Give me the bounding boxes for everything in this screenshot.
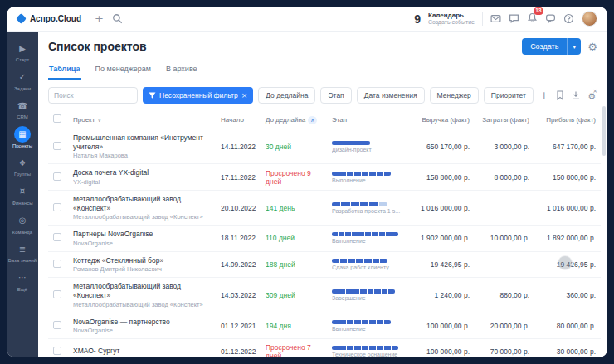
project-name[interactable]: ХМАО- Сургут [73, 347, 211, 356]
sidebar-item-team[interactable]: ◎Команда [7, 209, 38, 238]
search-icon[interactable] [112, 13, 123, 24]
tab-archive[interactable]: В архиве [165, 61, 198, 80]
column-header-project[interactable]: Проект∨ [68, 110, 216, 129]
knowledge-base-icon: ≣ [14, 240, 31, 257]
sidebar-item-groups[interactable]: ❖Группы [7, 151, 38, 180]
active-filter-chip[interactable]: Несохраненный фильтр × [143, 87, 253, 104]
table-row[interactable]: Металлообрабатывающий завод «Конспект» М… [48, 278, 601, 313]
tab-by-managers[interactable]: По менеджерам [95, 61, 152, 80]
deadline-value: 188 дней [261, 251, 327, 278]
profit-value: 19 426,95 р. [534, 251, 601, 278]
tab-table[interactable]: Таблица [48, 61, 81, 80]
sidebar-item-more[interactable]: ⋯Ещё [7, 266, 38, 295]
notifications-bell[interactable]: 13 [527, 12, 538, 27]
stage-label: Выполнение [332, 326, 402, 332]
row-checkbox[interactable] [53, 321, 61, 329]
sidebar-item-projects[interactable]: ▦Проекты [7, 123, 38, 152]
tasks-icon: ✓ [14, 69, 31, 85]
profit-value: 30 000,00 р. [534, 339, 601, 357]
table-settings-icon[interactable]: ⚙× [587, 88, 597, 103]
row-checkbox[interactable] [53, 347, 61, 355]
row-checkbox[interactable] [53, 172, 61, 181]
filter-chip[interactable]: Приоритет [484, 87, 534, 104]
scrollbar[interactable] [602, 106, 606, 156]
table-row[interactable]: ХМАО- Сургут 01.12.2022 Просрочено 7 дне… [48, 339, 601, 357]
deadline-value: Просрочено 7 дней [261, 339, 327, 357]
sidebar-item-start[interactable]: ▶Старт [7, 36, 38, 66]
sidebar-item-finance[interactable]: ¤Финансы [7, 180, 38, 209]
column-header-stage[interactable]: Этап [327, 110, 407, 129]
filter-chip[interactable]: Дата изменения [357, 87, 425, 104]
user-avatar[interactable] [582, 11, 597, 27]
revenue-value: 1 016 000,00 р. [407, 190, 475, 225]
search-input[interactable] [48, 87, 138, 104]
stage-progress-bar [332, 346, 398, 350]
table-row[interactable]: NovaOrganise — партнерство NovaOrganise … [48, 313, 601, 339]
page-settings-gear-icon[interactable]: ⚙ [587, 41, 597, 53]
projects-icon: ▦ [14, 126, 31, 143]
revenue-value: 158 800,00 р. [407, 164, 475, 191]
select-all-checkbox[interactable] [53, 114, 61, 123]
filter-chip[interactable]: Менеджер [430, 87, 479, 104]
sidebar-item-tasks[interactable]: ✓Задачи [7, 66, 38, 95]
table-row[interactable]: Доска почета YX-digital YX-digital 17.11… [48, 164, 601, 191]
row-checkbox[interactable] [53, 203, 61, 211]
project-subtitle: NovaOrganise [73, 240, 211, 247]
calendar-day[interactable]: 9 [414, 12, 421, 26]
sidebar-item-knowledge[interactable]: ≣База знаний [7, 237, 38, 266]
filter-chip[interactable]: Этап [320, 87, 351, 104]
row-checkbox[interactable] [53, 290, 61, 298]
sort-down-icon: ∨ [97, 117, 101, 124]
chevron-down-icon[interactable]: ▾ [567, 38, 581, 55]
project-name[interactable]: NovaOrganise — партнерство [73, 318, 211, 327]
table-row[interactable]: Металлообрабатывающий завод «Конспект» М… [48, 190, 601, 225]
start-date: 14.11.2022 [216, 129, 261, 164]
costs-value: 880,00 р. [475, 278, 534, 313]
sidebar-item-label: Старт [16, 57, 29, 63]
table-row[interactable]: Партнеры NovaOrganise NovaOrganise 18.11… [48, 226, 601, 252]
download-icon[interactable] [571, 90, 581, 100]
filter-chip[interactable]: До дедлайна [258, 87, 315, 104]
clear-filter-icon[interactable]: × [241, 91, 248, 99]
bookmark-icon[interactable] [555, 90, 565, 100]
project-name[interactable]: Партнеры NovaOrganise [73, 230, 211, 239]
column-header-start[interactable]: Начало [216, 110, 261, 129]
row-checkbox[interactable] [53, 233, 61, 241]
chat-icon[interactable] [509, 13, 519, 24]
comment-icon[interactable] [545, 13, 556, 24]
row-checkbox[interactable] [53, 260, 61, 268]
stage-label: Дизайн-проект [332, 147, 402, 153]
column-header-costs[interactable]: Затраты (факт) [475, 110, 534, 129]
project-name[interactable]: Металлообрабатывающий завод «Конспект» [73, 282, 211, 299]
stage-progress-bar [332, 320, 391, 324]
deadline-value: Просрочено 9 дней [261, 164, 327, 191]
project-name[interactable]: Доска почета YX-digital [73, 168, 211, 177]
calendar-create-event[interactable]: Создать событие [428, 19, 475, 26]
column-header-profit[interactable]: Прибыль (факт) [534, 110, 601, 129]
stage-progress-bar [332, 259, 387, 263]
row-checkbox[interactable] [53, 142, 61, 150]
project-name[interactable]: Коттедж «Стеклянный бор» [73, 256, 211, 265]
column-header-deadline[interactable]: До дедлайна∧ [261, 110, 327, 129]
app-logo[interactable]: Аспро.Cloud [17, 14, 81, 23]
costs-value: 10 000,00 р. [475, 226, 534, 252]
logo-text: Аспро.Cloud [30, 14, 81, 23]
help-icon[interactable] [563, 13, 574, 24]
deadline-value: 30 дней [261, 129, 327, 164]
mail-icon[interactable] [490, 13, 501, 24]
costs-value: 8 000,00 р. [475, 164, 534, 191]
sidebar-item-crm[interactable]: ☎CRM [7, 94, 38, 123]
create-button[interactable]: Создать ▾ [522, 38, 581, 55]
page-title: Список проектов [48, 40, 147, 53]
add-filter-button[interactable]: + [538, 90, 550, 101]
sort-up-icon: ∧ [308, 116, 317, 124]
calendar-widget[interactable]: Календарь Создать событие [428, 12, 475, 26]
project-subtitle: Романов Дмитрий Николаевич [73, 265, 211, 273]
column-header-revenue[interactable]: Выручка (факт) [407, 110, 475, 129]
project-name[interactable]: Металлообрабатывающий завод «Конспект» [73, 195, 211, 212]
project-name[interactable]: Промышленная компания «Инструмент учител… [73, 133, 211, 151]
project-subtitle: NovaOrganise [73, 327, 211, 334]
table-row[interactable]: Коттедж «Стеклянный бор» Романов Дмитрий… [48, 251, 601, 278]
table-row[interactable]: Промышленная компания «Инструмент учител… [48, 129, 601, 164]
quick-add-button[interactable]: + [95, 13, 104, 24]
